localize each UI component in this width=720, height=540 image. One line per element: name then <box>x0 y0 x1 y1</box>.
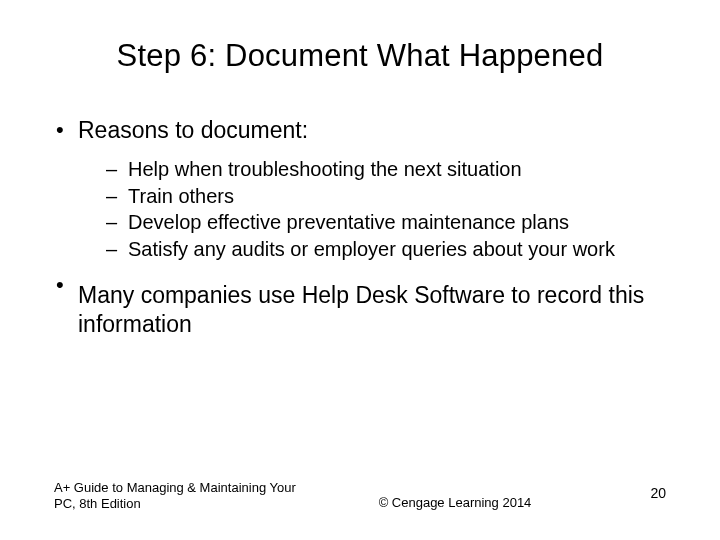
sub-bullet-text: Develop effective preventative maintenan… <box>128 211 569 233</box>
sub-bullet-item: Develop effective preventative maintenan… <box>106 210 666 234</box>
footer-left: A+ Guide to Managing & Maintaining Your … <box>54 480 304 513</box>
sub-bullet-text: Train others <box>128 185 234 207</box>
sub-bullet-item: Train others <box>106 184 666 208</box>
slide-content: Reasons to document: Help when troublesh… <box>54 116 666 340</box>
bullet-text: Reasons to document: <box>78 117 308 143</box>
bullet-text: Many companies use Help Desk Software to… <box>78 282 644 337</box>
slide-title: Step 6: Document What Happened <box>54 38 666 74</box>
footer-center: © Cengage Learning 2014 <box>304 495 606 512</box>
sub-bullet-item: Satisfy any audits or employer queries a… <box>106 237 666 261</box>
sub-bullet-text: Help when troubleshooting the next situa… <box>128 158 522 180</box>
sub-bullet-list: Help when troubleshooting the next situa… <box>78 157 666 261</box>
sub-bullet-text: Satisfy any audits or employer queries a… <box>128 238 615 260</box>
spacer <box>78 271 666 281</box>
bullet-list: Reasons to document: Help when troublesh… <box>54 116 666 340</box>
bullet-item: Many companies use Help Desk Software to… <box>54 271 666 340</box>
bullet-item: Reasons to document: Help when troublesh… <box>54 116 666 261</box>
sub-bullet-item: Help when troubleshooting the next situa… <box>106 157 666 181</box>
slide-footer: A+ Guide to Managing & Maintaining Your … <box>0 480 720 513</box>
footer-page-number: 20 <box>606 485 666 513</box>
slide: Step 6: Document What Happened Reasons t… <box>0 0 720 540</box>
